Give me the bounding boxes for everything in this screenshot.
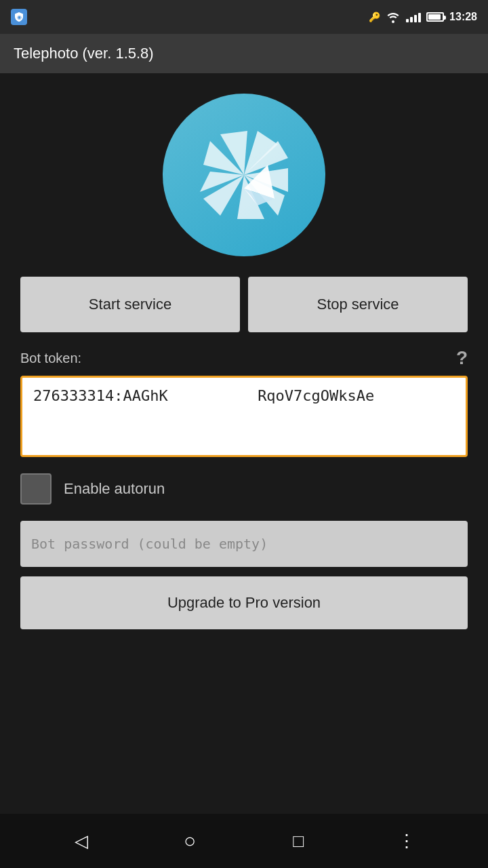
app-logo: [163, 94, 325, 256]
wifi-icon: [386, 11, 401, 23]
status-bar-left: ◉: [11, 9, 27, 25]
autorun-checkbox[interactable]: [20, 473, 52, 505]
bot-token-label: Bot token:: [20, 351, 81, 366]
autorun-label: Enable autorun: [64, 480, 165, 498]
recent-apps-button[interactable]: □: [278, 821, 319, 861]
title-bar: Telephoto (ver. 1.5.8): [0, 34, 488, 73]
battery-icon: [426, 12, 444, 22]
more-options-button[interactable]: ⋮: [386, 821, 427, 861]
stop-service-button[interactable]: Stop service: [248, 277, 468, 332]
nav-bar: ◁ ○ □ ⋮: [0, 814, 488, 868]
bot-token-input[interactable]: 276333314:AAGhK RqoV7cgOWksAe: [20, 376, 468, 457]
time-display: 13:28: [449, 11, 477, 23]
start-service-button[interactable]: Start service: [20, 277, 240, 332]
status-bar-right: 🔑 13:28: [369, 11, 477, 23]
svg-text:◉: ◉: [17, 14, 22, 20]
back-button[interactable]: ◁: [61, 821, 102, 861]
main-content: Start service Stop service Bot token: ? …: [0, 73, 488, 656]
key-icon: 🔑: [369, 12, 380, 22]
bot-password-input[interactable]: [20, 521, 468, 567]
help-icon[interactable]: ?: [456, 347, 468, 369]
home-button[interactable]: ○: [169, 821, 210, 861]
service-buttons-row: Start service Stop service: [20, 277, 468, 332]
app-title: Telephoto (ver. 1.5.8): [14, 45, 154, 62]
status-bar: ◉ 🔑 13:28: [0, 0, 488, 34]
shield-icon: ◉: [11, 9, 27, 25]
autorun-row: Enable autorun: [20, 473, 468, 505]
upgrade-button[interactable]: Upgrade to Pro version: [20, 576, 468, 629]
bot-token-label-row: Bot token: ?: [20, 347, 468, 369]
signal-bars: [406, 12, 421, 22]
logo-circle: [163, 94, 325, 256]
